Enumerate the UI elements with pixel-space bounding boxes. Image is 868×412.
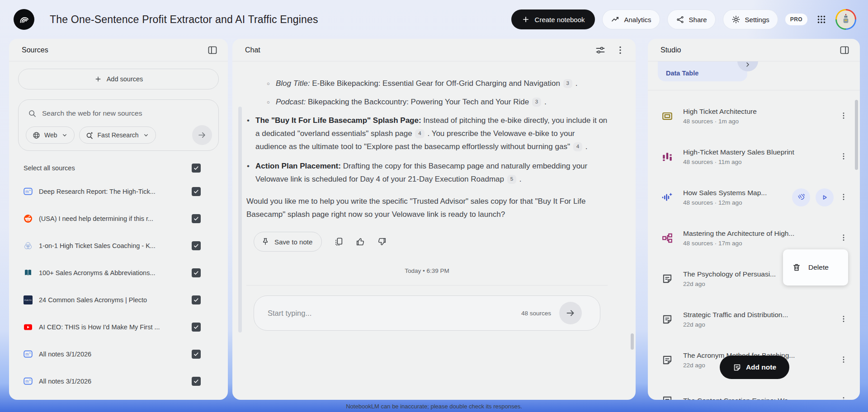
copy-icon[interactable] [334, 237, 344, 247]
note-icon [733, 363, 741, 372]
collapse-panel-icon[interactable] [207, 45, 218, 56]
studio-item-meta: 48 sources · 17m ago [683, 240, 794, 247]
share-button[interactable]: Share [667, 9, 716, 29]
citation-chip[interactable]: 4 [573, 142, 582, 151]
studio-scrollbar[interactable] [855, 100, 858, 170]
reddit-icon [24, 214, 33, 223]
save-to-note-button[interactable]: Save to note [254, 232, 322, 252]
source-list-item[interactable]: 1-on-1 High Ticket Sales Coaching - K... [9, 232, 228, 259]
flowchart-icon [661, 232, 673, 244]
source-checkbox[interactable] [192, 350, 201, 359]
source-list-item[interactable]: AI CEO: THIS is How I'd Make My First ..… [9, 314, 228, 341]
studio-list: High Ticket Architecture48 sources · 1m … [648, 90, 860, 400]
avatar[interactable] [835, 9, 856, 30]
source-checkbox[interactable] [192, 323, 201, 332]
web-source-dropdown[interactable]: Web [26, 126, 75, 144]
sources-panel-title: Sources [22, 46, 48, 54]
studio-list-item[interactable]: The Content Creation Engine: Wee... [648, 380, 860, 400]
chat-panel: Chat Blog Title: E-Bike Bikepacking: Ess… [232, 39, 636, 400]
message-bullet: Podcast: Bikepacking the Backcountry: Po… [267, 95, 608, 108]
source-list-item[interactable]: 100+ Sales Acronyms & Abbreviations... [9, 259, 228, 286]
source-checkbox[interactable] [192, 295, 201, 304]
studio-item-meta: 22d ago [683, 281, 776, 287]
message-paragraph: Would you like me to help you write the … [246, 195, 608, 221]
citation-chip[interactable]: 5 [507, 175, 516, 184]
plus-icon [94, 75, 102, 83]
source-checkbox[interactable] [192, 187, 201, 196]
source-list-item[interactable]: PLECTO24 Common Sales Acronyms | Plecto [9, 286, 228, 314]
flashcards-icon [661, 110, 673, 122]
item-more-options-icon[interactable] [839, 233, 848, 243]
source-list-item[interactable]: m+All notes 3/1/2026 [9, 341, 228, 368]
gear-icon [731, 15, 741, 24]
search-input[interactable]: Search the web for new sources [26, 106, 212, 125]
add-note-button[interactable]: Add note [720, 356, 789, 379]
thumbs-up-icon[interactable] [355, 237, 365, 247]
notebooklm-logo-icon[interactable] [14, 9, 34, 30]
search-submit-button[interactable] [192, 125, 212, 145]
select-all-checkbox[interactable] [192, 164, 201, 173]
citation-chip[interactable]: 3 [532, 98, 541, 107]
plus-icon [521, 15, 530, 24]
disclaimer-text: NotebookLM can be inaccurate; please dou… [0, 403, 868, 410]
note-icon [661, 273, 673, 285]
apps-grid-icon[interactable] [815, 13, 828, 26]
studio-item-meta: 48 sources · 1m ago [683, 118, 757, 125]
audio-waveform-icon [661, 192, 673, 203]
source-list-item[interactable]: (USA) I need help determining if this r.… [9, 205, 228, 232]
play-button[interactable] [816, 188, 834, 206]
create-notebook-button[interactable]: Create notebook [511, 9, 595, 29]
citation-chip[interactable]: 4 [415, 129, 424, 138]
item-more-options-icon[interactable] [839, 152, 848, 162]
message-text: Podcast: [276, 98, 308, 106]
message-bullet: Blog Title: E-Bike Bikepacking: Essentia… [267, 77, 608, 90]
item-more-options-icon[interactable] [839, 396, 848, 400]
tune-settings-icon[interactable] [595, 45, 606, 56]
source-checkbox[interactable] [192, 377, 201, 386]
studio-item-title: Strategic Traffic and Distribution... [683, 311, 788, 319]
thumbs-down-icon[interactable] [377, 237, 387, 247]
source-list-item[interactable]: m+All notes 3/1/2026 [9, 368, 228, 395]
research-mode-dropdown[interactable]: Fast Research [79, 126, 156, 144]
item-more-options-icon[interactable] [839, 192, 848, 202]
collapse-panel-icon[interactable] [839, 45, 850, 56]
settings-button[interactable]: Settings [723, 9, 778, 29]
more-options-icon[interactable] [615, 45, 626, 56]
delete-menu-item[interactable]: Delete [783, 249, 848, 286]
source-checkbox[interactable] [192, 214, 201, 223]
source-list-item[interactable]: m+Deep Research Report: The High-Tick... [9, 178, 228, 205]
svg-text:+: + [29, 188, 31, 192]
panel-resize-handle[interactable] [238, 107, 242, 332]
send-message-button[interactable] [559, 302, 582, 324]
note-icon [661, 354, 673, 366]
data-table-chip[interactable]: Data Table [658, 61, 747, 81]
studio-list-item[interactable]: High-Ticket Mastery Sales Blueprint48 so… [648, 136, 860, 177]
chat-scrollbar[interactable] [631, 333, 634, 350]
item-more-options-icon[interactable] [839, 355, 848, 365]
message-text: . [517, 175, 521, 183]
interactive-mode-button[interactable] [792, 188, 810, 206]
notebook-title[interactable]: The One-Sentence Profit Extractor and AI… [50, 14, 318, 26]
citation-chip[interactable]: 3 [563, 79, 572, 88]
add-sources-button[interactable]: Add sources [18, 69, 219, 89]
item-more-options-icon[interactable] [839, 111, 848, 121]
studio-list-item[interactable]: How Sales Systems Map...48 sources · 12m… [648, 177, 860, 218]
search-placeholder: Search the web for new sources [42, 109, 142, 117]
svg-text:m: m [25, 379, 29, 384]
chat-input[interactable]: Start typing... 48 sources [254, 295, 600, 331]
source-title: 100+ Sales Acronyms & Abbreviations... [39, 269, 185, 276]
source-checkbox[interactable] [192, 268, 201, 277]
sources-list: m+Deep Research Report: The High-Tick...… [9, 178, 228, 395]
source-checkbox[interactable] [192, 241, 201, 250]
studio-chip-zone: Data Table [648, 61, 860, 90]
share-icon [676, 15, 684, 24]
studio-list-item[interactable]: High Ticket Architecture48 sources · 1m … [648, 96, 860, 136]
message-text: E-Bike Bikepacking: Essential Gear for O… [312, 79, 562, 88]
studio-panel: Studio Data Table High Ticket Architectu… [648, 39, 860, 400]
item-more-options-icon[interactable] [839, 314, 848, 324]
analytics-button[interactable]: Analytics [602, 9, 660, 29]
message-actions-row: Save to note [254, 232, 608, 252]
source-title: All notes 3/1/2026 [39, 351, 185, 358]
studio-list-item[interactable]: Strategic Traffic and Distribution...22d… [648, 299, 860, 340]
svg-text:PLECTO: PLECTO [24, 299, 32, 301]
